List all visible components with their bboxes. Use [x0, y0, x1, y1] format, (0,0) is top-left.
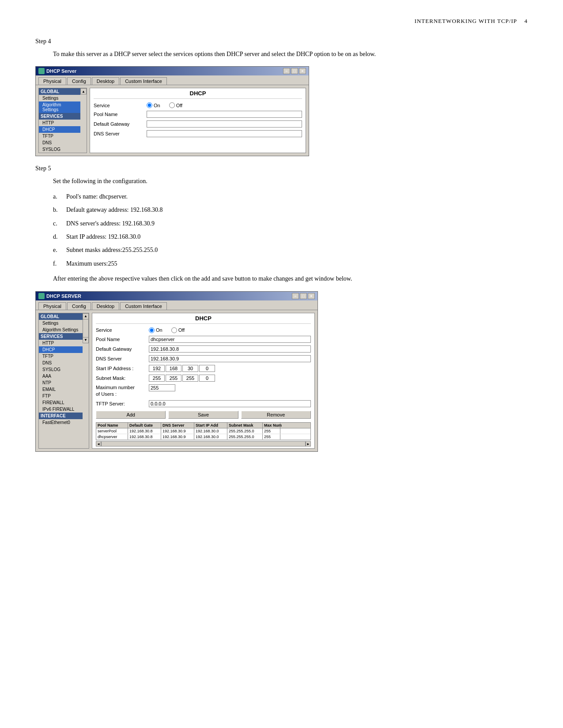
poolname-input-1[interactable] [147, 111, 302, 118]
table-row-2: dhcpserver 192.168.30.8 192.168.30.9 192… [96, 434, 310, 440]
td-max-1: 255 [263, 428, 280, 434]
off-radio-label-2[interactable]: Off [171, 327, 185, 333]
sidebar2-top: GLOBAL Settings Algorithm Settings SERVI… [39, 313, 89, 426]
poolname-row-2: Pool Name [96, 336, 311, 343]
sidebar2-tftp[interactable]: TFTP [39, 353, 83, 360]
sidebar-item-settings-1[interactable]: Settings [39, 95, 80, 101]
tab-desktop-2[interactable]: Desktop [92, 302, 119, 310]
services-label-2: SERVICES [39, 333, 83, 340]
step5-heading: Step 5 [35, 165, 528, 172]
scroll-up-2[interactable]: ▲ [83, 313, 89, 319]
sidebar2-ntp[interactable]: NTP [39, 379, 83, 386]
minimize-btn-1[interactable]: − [283, 68, 290, 74]
tab-custom-2[interactable]: Custom Interface [120, 302, 167, 310]
on-radio-label-2[interactable]: On [149, 327, 162, 333]
close-btn-1[interactable]: × [299, 68, 306, 74]
list-item-c: c. DNS server's address: 192.168.30.9 [53, 219, 528, 229]
gateway-input-1[interactable] [147, 120, 302, 128]
subnet-3[interactable] [182, 375, 198, 382]
on-radio-1[interactable] [147, 102, 152, 108]
letter-e: e. [53, 245, 66, 255]
tab-config-2[interactable]: Config [67, 302, 91, 310]
dhcp-title-1: DHCP [94, 90, 302, 99]
gateway-row-2: Default Gateway [96, 345, 311, 353]
win2-tabs: Physical Config Desktop Custom Interface [36, 300, 317, 310]
titlebar-2: DHCP SERVER − □ × [36, 292, 317, 300]
sidebar-item-tftp-1[interactable]: TFTP [39, 133, 80, 139]
startip-row: Start IP Address : [96, 365, 311, 372]
startip-1[interactable] [149, 365, 165, 372]
save-button[interactable]: Save [168, 411, 238, 419]
sidebar-item-http-1[interactable]: HTTP [39, 120, 80, 126]
remove-button[interactable]: Remove [241, 411, 311, 419]
sidebar2-algorithm[interactable]: Algorithm Settings [39, 326, 83, 333]
add-button[interactable]: Add [96, 411, 166, 419]
list-item-e: e. Subnet masks address:255.255.255.0 [53, 245, 528, 255]
dns-input-1[interactable] [147, 130, 302, 137]
td-gate-2: 192.168.30.8 [128, 434, 161, 439]
scroll-up-1[interactable]: ▲ [80, 88, 87, 94]
scroll-right-btn[interactable]: ► [306, 441, 311, 447]
sidebar2-email[interactable]: EMAIL [39, 386, 83, 393]
tab-physical-2[interactable]: Physical [38, 302, 66, 310]
sidebar-item-dns-1[interactable]: DNS [39, 139, 80, 146]
sidebar-item-syslog-1[interactable]: SYSLOG [39, 146, 80, 153]
close-btn-2[interactable]: × [308, 293, 315, 299]
pool-table: Pool Name Default Gate DNS Server Start … [96, 422, 311, 440]
sidebar2-syslog[interactable]: SYSLOG [39, 366, 83, 373]
off-radio-1[interactable] [169, 102, 175, 108]
scroll-track[interactable] [101, 441, 306, 447]
td-start-2: 192.168.30.0 [194, 434, 227, 439]
startip-3[interactable] [182, 365, 198, 372]
sidebar2-aaa[interactable]: AAA [39, 373, 83, 379]
restore-btn-1[interactable]: □ [291, 68, 298, 74]
sidebar-item-algorithm-1[interactable]: Algorithm Settings [39, 101, 80, 113]
scroll-down-2[interactable]: ▼ [83, 337, 89, 343]
th-subnetmask: Subnet Mask [227, 423, 263, 428]
tab-physical-1[interactable]: Physical [38, 77, 66, 85]
maxusers-label: Maximum numberof Users : [96, 384, 149, 398]
global-label-2: GLOBAL [39, 313, 83, 320]
sidebar2-ftp[interactable]: FTP [39, 393, 83, 399]
subnet-2[interactable] [166, 375, 181, 382]
sidebar2-settings[interactable]: Settings [39, 320, 83, 326]
subnet-4[interactable] [199, 375, 215, 382]
poolname-input-2[interactable] [149, 336, 311, 343]
on-radio-label-1[interactable]: On [147, 102, 160, 108]
sidebar2-http[interactable]: HTTP [39, 340, 83, 346]
maxusers-row: Maximum numberof Users : [96, 384, 311, 398]
sidebar2-dhcp[interactable]: DHCP [39, 346, 83, 353]
dns-input-2[interactable] [149, 355, 311, 362]
on-radio-2[interactable] [149, 327, 155, 333]
tab-config-1[interactable]: Config [67, 77, 91, 85]
tftp-row: TFTP Server: [96, 400, 311, 407]
subnet-1[interactable] [149, 375, 165, 382]
off-radio-label-1[interactable]: Off [169, 102, 182, 108]
sidebar-item-dhcp-1[interactable]: DHCP [39, 126, 80, 133]
tab-custom-1[interactable]: Custom Interface [120, 77, 167, 85]
gateway-label-2: Default Gateway [96, 346, 149, 352]
step5-closing: After entering the above respective valu… [35, 274, 528, 284]
item-a-text: Pool's name: dhcpserver. [66, 192, 128, 202]
restore-btn-2[interactable]: □ [300, 293, 307, 299]
startip-2[interactable] [166, 365, 181, 372]
scroll-left-btn[interactable]: ◄ [96, 441, 101, 447]
subnet-boxes [149, 375, 215, 382]
startip-4[interactable] [199, 365, 215, 372]
off-radio-2[interactable] [171, 327, 177, 333]
th-defaultgate: Default Gate [128, 423, 161, 428]
item-b-text: Default gateway address: 192.168.30.8 [66, 205, 163, 215]
tab-desktop-1[interactable]: Desktop [92, 77, 119, 85]
poolname-label-1: Pool Name [94, 112, 147, 117]
sidebar2-dns[interactable]: DNS [39, 360, 83, 366]
maxusers-input[interactable] [149, 384, 175, 391]
gateway-input-2[interactable] [149, 345, 311, 353]
minimize-btn-2[interactable]: − [292, 293, 299, 299]
tftp-input[interactable] [149, 400, 311, 407]
sidebar2-ipv6firewall[interactable]: IPv6 FIREWALL [39, 406, 83, 413]
sidebar2-firewall[interactable]: FIREWALL [39, 399, 83, 406]
sidebar2-fasteth[interactable]: FastEthernet0 [39, 419, 83, 426]
th-poolname: Pool Name [96, 423, 128, 428]
td-start-1: 192.168.30.0 [194, 428, 227, 434]
win2-content: DHCP Service On Off Pool Name Default Ga… [92, 313, 315, 449]
